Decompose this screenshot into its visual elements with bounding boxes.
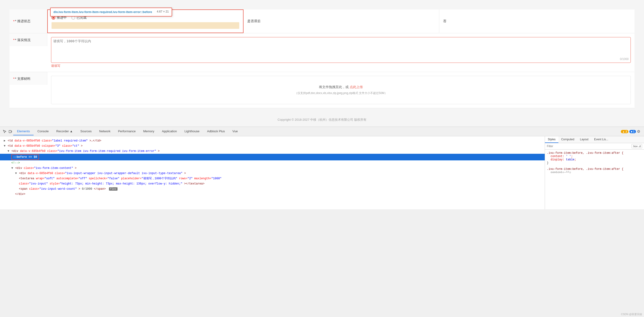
svg-rect-0	[9, 130, 11, 133]
code-line-2: ▼ <td data-v-685b4fb0 colspan="3" class=…	[0, 143, 545, 149]
push-status-label: * * 推进状态	[10, 9, 47, 33]
situation-char-count: 0/1000	[53, 57, 629, 61]
file-upload-area[interactable]: 将文件拖拽至此，或 点此上传 （仅支持pdf,doc,docx,xls,xlsx…	[51, 76, 631, 104]
situation-row: * * 落实情况 0/1000 请填写	[10, 33, 634, 72]
page-content: * * 推进状态 div.ivu-form-item.ivu-form-item…	[0, 0, 644, 127]
code-line-4-selected[interactable]: ::before == $0	[0, 154, 545, 160]
tab-event-listeners[interactable]: Event Lis...	[591, 136, 611, 143]
code-line-6: ▼ <div class="ivu-form-item-content" >	[0, 166, 545, 171]
css-prop-content-strike: content: "";	[547, 171, 642, 174]
tooltip-size: 4.67 × 21	[157, 10, 168, 13]
tab-vue[interactable]: Vue	[228, 128, 242, 135]
code-line-10: <span class="ivu-input-word-count" > 0/1…	[0, 186, 545, 192]
elements-panel: ▶ <td data-v-685b4fb0 class="label requi…	[0, 136, 545, 209]
file-upload-text: 将文件拖拽至此，或 点此上传	[319, 85, 363, 89]
material-label-text: * 支撑材料	[15, 77, 30, 81]
tab-memory[interactable]: Memory	[140, 128, 158, 135]
tab-application[interactable]: Application	[158, 128, 181, 135]
tab-network[interactable]: Network	[96, 128, 114, 135]
flex-badge: flex	[109, 187, 118, 191]
code-line-8: <textarea wrap="soft" autocomplete="off"…	[0, 176, 545, 181]
tab-performance[interactable]: Performance	[114, 128, 139, 135]
situation-error: 请填写	[51, 64, 60, 68]
push-status-row: * * 推进状态 div.ivu-form-item.ivu-form-item…	[10, 9, 634, 33]
situation-label-text: * 落实情况	[15, 38, 30, 42]
styles-tab-bar: Styles Computed Layout Event Lis...	[545, 136, 644, 143]
material-content: 将文件拖拽至此，或 点此上传 （仅支持pdf,doc,docx,xls,xlsx…	[47, 72, 634, 108]
file-upload-hint: （仅支持pdf,doc,docx,xls,xlsx,zip,jpeg,png,z…	[294, 91, 387, 95]
css-rule-2: .ivu-form-item:before, .ivu-form-item:af…	[547, 167, 642, 174]
material-row: * * 支撑材料 将文件拖拽至此，或 点此上传 （仅支持pdf,doc,docx…	[10, 72, 634, 108]
warning-badge: ▲ 2	[621, 130, 628, 133]
styles-filter-bar: :hov .cl	[545, 143, 644, 150]
tab-styles[interactable]: Styles	[545, 136, 558, 143]
tab-elements[interactable]: Elements	[13, 128, 34, 135]
code-line-5: <!-->	[0, 160, 545, 166]
device-icon[interactable]	[8, 129, 13, 134]
css-prop-content: content: ' ';	[547, 155, 642, 158]
tab-lighthouse[interactable]: Lighthouse	[180, 128, 203, 135]
code-line-3: ▼ <div data-v-685b4fb0 class="ivu-form-i…	[0, 149, 545, 154]
is-delayed-value-cell: 否	[439, 9, 634, 33]
devtools-tab-bar: Elements Console Recorder ▲ Sources Netw…	[0, 127, 644, 136]
info-badge: ■ 1	[629, 130, 636, 133]
tab-recorder[interactable]: Recorder ▲	[52, 128, 76, 135]
form-section: * * 推进状态 div.ivu-form-item.ivu-form-item…	[10, 9, 634, 108]
devtools-toolbar-right: ▲ 2 ■ 1 ⚙	[621, 129, 642, 134]
devtools-body: ▶ <td data-v-685b4fb0 class="label requi…	[0, 136, 644, 209]
highlight-bar	[52, 22, 239, 29]
styles-panel: Styles Computed Layout Event Lis... :hov…	[545, 136, 644, 209]
push-status-content: div.ivu-form-item.ivu-form-item-required…	[47, 9, 244, 33]
svg-rect-1	[11, 131, 12, 132]
material-label: * * 支撑材料	[10, 72, 47, 85]
devtools-panel: Elements Console Recorder ▲ Sources Netw…	[0, 127, 644, 209]
situation-content: 0/1000 请填写	[47, 33, 634, 72]
tab-layout[interactable]: Layout	[577, 136, 591, 143]
css-selector-1: .ivu-form-item:before, .ivu-form-item:af…	[547, 151, 642, 155]
is-delayed-label: 是否滞后	[247, 19, 260, 23]
required-star-2: *	[13, 38, 14, 42]
required-star: *	[13, 19, 14, 23]
code-line-1: ▶ <td data-v-685b4fb0 class="label requi…	[0, 138, 545, 143]
copyright: Copyright © 2018-2027 中移（杭州）信息技术有限公司 版权所…	[10, 113, 634, 127]
situation-label: * * 落实情况	[10, 33, 47, 46]
is-delayed-value: 否	[443, 19, 446, 23]
tab-computed[interactable]: Computed	[558, 136, 577, 143]
filter-pseudo-options[interactable]: :hov .cl	[632, 144, 642, 148]
file-upload-link[interactable]: 点此上传	[350, 85, 363, 89]
required-star-3: *	[13, 77, 14, 80]
settings-icon[interactable]: ⚙	[637, 129, 640, 134]
element-tooltip: div.ivu-form-item.ivu-form-item-required…	[50, 7, 172, 16]
selected-pseudo-element: ::before == $0	[11, 154, 39, 160]
is-delayed-label-cell: 是否滞后	[244, 9, 439, 33]
css-rule-1: .ivu-form-item:before, .ivu-form-item:af…	[547, 151, 642, 165]
situation-textarea-wrapper: 0/1000	[51, 37, 631, 63]
styles-content: .ivu-form-item:before, .ivu-form-item:af…	[545, 150, 644, 209]
styles-filter-input[interactable]	[547, 145, 630, 148]
css-prop-display: display: table;	[547, 158, 642, 161]
situation-textarea[interactable]	[53, 39, 629, 56]
code-line-11: </div>	[0, 192, 545, 197]
tooltip-selector: div.ivu-form-item.ivu-form-item-required…	[54, 10, 152, 14]
tab-console[interactable]: Console	[34, 128, 52, 135]
code-line-7: ▼ <div data-v-685b4fb0 class="ivu-input-…	[0, 171, 545, 176]
code-line-9: class="ivu-input" style="height: 73px; m…	[0, 181, 545, 186]
tab-adblock[interactable]: Adblock Plus	[203, 128, 228, 135]
tab-sources[interactable]: Sources	[76, 128, 96, 135]
css-selector-2: .ivu-form-item:before, .ivu-form-item:af…	[547, 167, 642, 171]
inspect-icon[interactable]	[2, 129, 8, 134]
